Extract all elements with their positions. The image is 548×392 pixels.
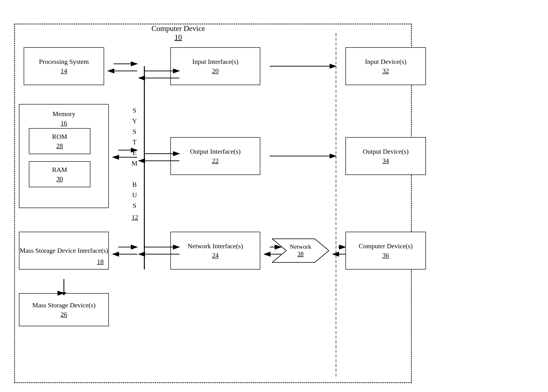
connections-svg	[9, 9, 548, 392]
svg-marker-30	[62, 292, 66, 295]
